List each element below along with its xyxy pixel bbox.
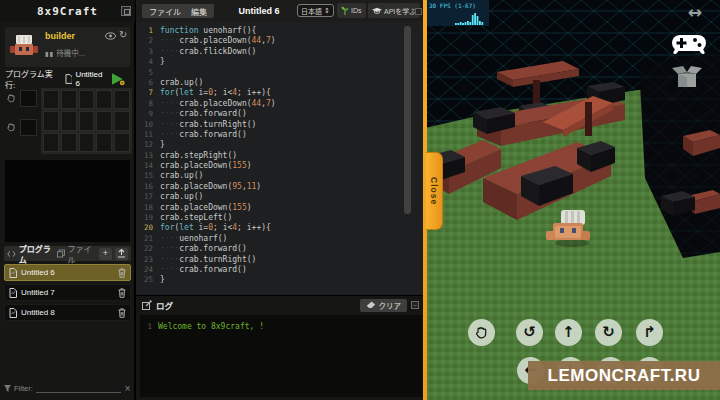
control-rotate-cw-button[interactable]: ↻ — [595, 319, 622, 346]
trash-icon[interactable] — [118, 288, 126, 298]
sidebar-collapse-icon[interactable] — [121, 6, 131, 16]
refresh-icon[interactable]: ↻ — [119, 29, 127, 40]
inventory-cell[interactable] — [96, 111, 112, 130]
run-target-name: Untitled 6 — [75, 70, 108, 88]
hand-slot[interactable] — [20, 90, 37, 107]
line-number: 1 — [136, 26, 160, 36]
inventory-cell[interactable] — [61, 90, 77, 109]
sapling-icon — [341, 6, 349, 15]
log-clear-button[interactable]: クリア — [360, 299, 408, 312]
inventory-cell[interactable] — [79, 90, 95, 109]
control-rotate-ccw-button[interactable]: ↺ — [516, 319, 543, 346]
code-text: ····crab.placeDown(44,7) — [160, 99, 276, 109]
language-value: 日本語 — [301, 6, 322, 16]
line-number: 22 — [136, 244, 160, 254]
inventory-cell[interactable] — [61, 111, 77, 130]
file-row[interactable]: Untitled 6 — [4, 264, 131, 281]
code-line: 8····crab.placeDown(44,7) — [136, 99, 425, 109]
inventory-cell[interactable] — [61, 133, 77, 152]
code-text: } — [160, 57, 165, 67]
edit-menu-button[interactable]: 編集 — [184, 4, 214, 18]
control-forward-button[interactable]: ↑ — [555, 319, 582, 346]
control-turn-up-button[interactable]: ↱ — [636, 319, 663, 346]
inventory-cell[interactable] — [43, 133, 59, 152]
code-text: crab.stepRight() — [160, 151, 237, 161]
tab-files[interactable]: ファイル — [68, 243, 96, 265]
filter-input[interactable] — [36, 385, 122, 393]
code-line: 23····crab.turnRight() — [136, 255, 425, 265]
log-header: ログ クリア – — [136, 296, 425, 314]
rotate-ccw-icon: ↺ — [523, 325, 536, 340]
resize-icon[interactable]: ↔ — [688, 2, 702, 22]
character-card[interactable]: builder ↻ ▮▮ 待機中... — [5, 27, 130, 67]
inventory-cell[interactable] — [79, 133, 95, 152]
code-editor[interactable]: 1function uenoharf(){2····crab.placeDown… — [135, 22, 425, 295]
inventory-cell[interactable] — [43, 90, 59, 109]
control-hand-button[interactable] — [468, 319, 495, 346]
filter-clear-icon[interactable]: × — [124, 384, 131, 393]
inventory-cell[interactable] — [114, 90, 130, 109]
code-icon — [7, 250, 16, 258]
run-play-button[interactable] — [111, 72, 126, 86]
upload-program-button[interactable] — [115, 248, 128, 260]
line-number: 4 — [136, 57, 160, 67]
open-box-icon[interactable] — [672, 64, 702, 90]
log-collapse-icon[interactable]: – — [411, 301, 419, 309]
trash-icon[interactable] — [118, 308, 126, 318]
line-number: 7 — [136, 88, 160, 98]
status-text: 待機中... — [56, 49, 85, 58]
code-line: 21····uenoharf() — [136, 234, 425, 244]
inventory-cell[interactable] — [79, 111, 95, 130]
document-icon — [9, 288, 17, 298]
panel-collapse-icon[interactable] — [415, 8, 422, 15]
close-editor-tab[interactable]: Close — [426, 152, 443, 230]
arrow-up-icon: ↑ — [562, 325, 575, 340]
line-number: 8 — [136, 99, 160, 109]
file-name: Untitled 7 — [21, 288, 114, 297]
add-program-button[interactable]: + — [99, 248, 112, 260]
off-hand-slot[interactable] — [20, 119, 37, 136]
inventory-cell[interactable] — [43, 111, 59, 130]
language-select[interactable]: 日本語 ↕ — [297, 4, 334, 17]
learn-api-label: APIを学ぶ — [384, 6, 416, 16]
code-text: } — [160, 140, 165, 150]
log-panel: ログ クリア – 1Welcome to 8x9craft, ! — [135, 295, 425, 400]
editor-scrollbar[interactable] — [404, 26, 411, 214]
code-line: 12} — [136, 140, 425, 150]
file-menu-button[interactable]: ファイル — [142, 4, 188, 18]
code-line: 16crab.placeDown(95,11) — [136, 182, 425, 192]
line-number: 10 — [136, 120, 160, 130]
code-line: 18crab.placeDown(155) — [136, 203, 425, 213]
inventory-cell[interactable] — [96, 90, 112, 109]
log-entry: 1Welcome to 8x9craft, ! — [140, 322, 422, 331]
code-text: ····crab.turnRight() — [160, 255, 256, 265]
document-icon — [9, 308, 17, 318]
line-number: 23 — [136, 255, 160, 265]
code-line: 9····crab.forward() — [136, 109, 425, 119]
inventory-cell[interactable] — [96, 133, 112, 152]
game-viewport[interactable]: 30 FPS (1-67) ↔ ↺ ↑ ↻ ↱ — [425, 0, 720, 400]
eye-icon[interactable] — [105, 32, 116, 40]
crab-avatar — [9, 32, 39, 62]
learn-api-button[interactable]: APIを学ぶ — [368, 3, 420, 18]
file-name: Untitled 6 — [21, 268, 114, 277]
file-row[interactable]: Untitled 8 — [4, 304, 131, 321]
fps-histogram — [429, 11, 487, 25]
code-text: ····crab.forward() — [160, 244, 247, 254]
line-number: 18 — [136, 203, 160, 213]
filter-icon — [4, 385, 11, 392]
trash-icon[interactable] — [118, 268, 126, 278]
code-text: crab.up() — [160, 192, 203, 202]
close-tab-label: Close — [429, 177, 439, 205]
copy-icon — [57, 249, 65, 258]
inventory-cell[interactable] — [114, 111, 130, 130]
ids-button[interactable]: IDs — [337, 3, 366, 18]
log-content: 1Welcome to 8x9craft, ! — [140, 315, 422, 397]
document-title: Untitled 6 — [214, 6, 304, 16]
code-text: crab.placeDown(155) — [160, 161, 252, 171]
line-number: 12 — [136, 140, 160, 150]
gamepad-icon[interactable] — [672, 32, 706, 54]
file-row[interactable]: Untitled 7 — [4, 284, 131, 301]
tab-program[interactable]: プログラム — [19, 243, 54, 265]
inventory-cell[interactable] — [114, 133, 130, 152]
